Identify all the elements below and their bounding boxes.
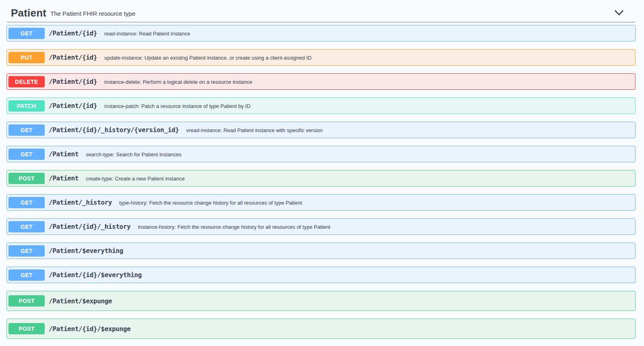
endpoint-row[interactable]: GET /Patient/{id}/_history/{version_id} … (6, 122, 636, 138)
method-badge: POST (8, 323, 45, 334)
endpoint-row[interactable]: GET /Patient search-type: Search for Pat… (6, 146, 636, 162)
endpoint-path: /Patient/{id}/_history/{version_id} (49, 126, 179, 134)
endpoint-description: type-history: Fetch the resource change … (119, 200, 302, 206)
endpoint-path: /Patient/{id}/$everything (49, 271, 142, 279)
endpoint-row[interactable]: POST /Patient/$expunge (6, 291, 636, 311)
page-title: Patient (11, 7, 46, 19)
method-badge: GET (8, 197, 45, 208)
endpoint-path: /Patient (49, 150, 79, 158)
endpoint-description: instance-delete: Perform a logical delet… (104, 79, 252, 85)
method-badge: GET (8, 124, 45, 136)
endpoint-row[interactable]: GET /Patient/{id} read-instance: Read Pa… (6, 25, 636, 41)
endpoint-row[interactable]: DELETE /Patient/{id} instance-delete: Pe… (6, 73, 636, 90)
method-badge: GET (8, 221, 45, 232)
endpoint-list: GET /Patient/{id} read-instance: Read Pa… (6, 25, 636, 339)
method-badge: GET (8, 269, 45, 281)
method-badge: PATCH (8, 100, 45, 112)
endpoint-row[interactable]: GET /Patient/_history type-history: Fetc… (6, 194, 636, 211)
endpoint-path: /Patient/$everything (49, 247, 123, 255)
method-badge: POST (8, 173, 45, 184)
resource-section-header: Patient The Patient FHIR resource type (0, 0, 644, 21)
endpoint-path: /Patient/{id} (49, 78, 97, 85)
method-badge: GET (8, 245, 45, 257)
endpoint-path: /Patient/{id}/$expunge (49, 325, 130, 333)
endpoint-description: read-instance: Read Patient instance (104, 31, 190, 37)
resource-section: Patient The Patient FHIR resource type G… (0, 0, 644, 339)
endpoint-description: search-type: Search for Patient instance… (86, 151, 182, 157)
endpoint-row[interactable]: PATCH /Patient/{id} instance-patch: Patc… (6, 97, 636, 114)
endpoint-description: vread-instance: Read Patient instance wi… (186, 127, 323, 133)
method-badge: POST (8, 295, 45, 307)
endpoint-row[interactable]: POST /Patient create-type: Create a new … (6, 170, 636, 186)
endpoint-row[interactable]: GET /Patient/$everything (6, 242, 636, 259)
chevron-down-icon (614, 9, 624, 17)
endpoint-description: instance-patch: Patch a resource instanc… (104, 103, 251, 109)
endpoint-row[interactable]: GET /Patient/{id}/_history instance-hist… (6, 218, 636, 235)
endpoint-row[interactable]: POST /Patient/{id}/$expunge (6, 319, 636, 339)
resource-subtitle: The Patient FHIR resource type (50, 10, 135, 17)
method-badge: GET (8, 149, 45, 160)
endpoint-description: create-type: Create a new Patient instan… (86, 176, 185, 182)
endpoint-path: /Patient/{id} (49, 102, 97, 110)
method-badge: GET (8, 28, 45, 39)
endpoint-description: instance-history: Fetch the resource cha… (138, 224, 330, 230)
endpoint-path: /Patient (49, 174, 79, 182)
section-divider (7, 22, 635, 23)
endpoint-row[interactable]: PUT /Patient/{id} update-instance: Updat… (6, 49, 636, 66)
method-badge: DELETE (8, 76, 45, 87)
method-badge: PUT (8, 52, 45, 63)
endpoint-path: /Patient/_history (49, 199, 112, 206)
endpoint-path: /Patient/{id}/_history (49, 223, 130, 230)
endpoint-row[interactable]: GET /Patient/{id}/$everything (6, 267, 636, 283)
endpoint-path: /Patient/{id} (49, 54, 97, 61)
endpoint-description: update-instance: Update an existing Pati… (104, 55, 312, 61)
endpoint-path: /Patient/$expunge (49, 297, 112, 305)
endpoint-path: /Patient/{id} (49, 29, 97, 37)
collapse-section-button[interactable] (614, 9, 624, 17)
